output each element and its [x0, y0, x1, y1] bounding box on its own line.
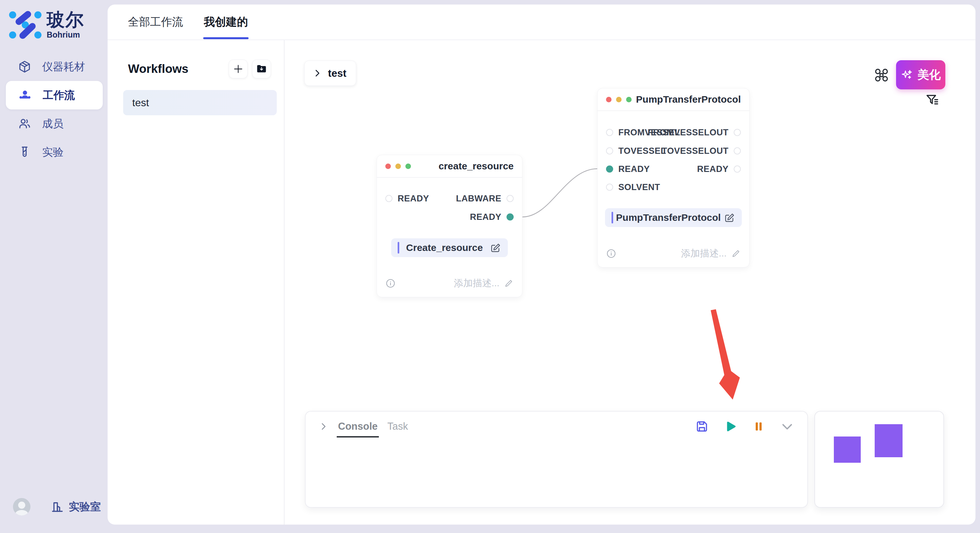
node-action-pill[interactable]: Create_resource	[391, 238, 508, 257]
package-box-icon	[18, 60, 32, 74]
console-tab-console[interactable]: Console	[338, 420, 377, 432]
port-circle[interactable]	[734, 165, 741, 173]
sidebar-item-members[interactable]: 成员	[0, 109, 108, 138]
node-title: PumpTransferProtocol	[632, 94, 741, 105]
node-footer: 添加描述...	[606, 247, 741, 260]
sidebar: 玻尔 Bohrium 仪器耗材 工作流	[0, 0, 108, 533]
canvas-minimap[interactable]	[815, 411, 944, 508]
input-port-solvent[interactable]: SOLVENT	[598, 181, 749, 193]
workflows-panel: Workflows	[108, 40, 285, 525]
main-panel: 全部工作流 我创建的 Workflows	[108, 5, 975, 525]
sidebar-item-label: 仪器耗材	[42, 60, 85, 74]
workflow-team-icon	[18, 88, 32, 103]
console-collapse-chevron-right-icon[interactable]	[318, 422, 328, 431]
folder-download-icon	[256, 63, 267, 75]
pencil-icon	[731, 249, 741, 259]
lab-label: 实验室	[69, 500, 101, 514]
output-port-fromvesselout[interactable]: FROMVESSELOUT	[598, 127, 749, 138]
info-circle-icon[interactable]	[606, 248, 616, 259]
node-description[interactable]: 添加描述...	[454, 277, 514, 290]
experiment-tube-icon	[18, 145, 32, 159]
minimap-node	[834, 436, 861, 463]
pause-icon[interactable]	[752, 420, 765, 433]
brand-name-zh: 玻尔	[47, 10, 84, 30]
sidebar-item-label: 工作流	[43, 88, 75, 103]
workflows-title: Workflows	[128, 62, 188, 76]
output-port-ready[interactable]: READY	[377, 211, 522, 223]
workflow-list-item-test[interactable]: test	[123, 90, 277, 115]
sidebar-item-instruments[interactable]: 仪器耗材	[0, 52, 108, 81]
output-port-labware[interactable]: LABWARE	[377, 193, 522, 204]
brand-logo[interactable]: 玻尔 Bohrium	[9, 10, 84, 40]
chevron-down-icon[interactable]	[780, 419, 794, 434]
avatar-head	[18, 501, 25, 509]
console-header: Console Task	[305, 412, 807, 441]
node-header: PumpTransferProtocol	[598, 89, 749, 111]
console-panel: Console Task	[305, 411, 808, 508]
output-port-tovesselout[interactable]: TOVESSELOUT	[598, 145, 749, 157]
port-circle[interactable]	[734, 148, 741, 154]
node-header: create_resource	[377, 155, 522, 178]
canvas-breadcrumb[interactable]: test	[304, 60, 356, 86]
tab-my-created[interactable]: 我创建的	[204, 5, 248, 38]
avatar-body	[15, 510, 28, 516]
sidebar-item-label: 成员	[42, 117, 64, 131]
node-description[interactable]: 添加描述...	[681, 247, 741, 260]
beautify-button[interactable]: 美化	[896, 60, 945, 89]
port-circle[interactable]	[506, 195, 514, 202]
port-circle[interactable]	[734, 129, 741, 136]
beautify-label: 美化	[918, 67, 941, 83]
console-actions	[695, 419, 794, 434]
sparkles-icon	[900, 68, 913, 81]
plus-icon	[233, 63, 244, 75]
sidebar-nav: 仪器耗材 工作流 成员	[0, 52, 108, 167]
node-pump-transfer-protocol[interactable]: PumpTransferProtocol FROMVESSEL TOVESSEL…	[597, 88, 749, 268]
user-avatar[interactable]	[13, 498, 30, 516]
workflow-tabbar: 全部工作流 我创建的	[108, 5, 975, 40]
port-circle[interactable]	[606, 184, 613, 191]
command-grid-button[interactable]	[872, 66, 891, 84]
edit-pencil-square-icon[interactable]	[490, 242, 501, 254]
run-play-icon[interactable]	[724, 420, 737, 433]
filter-funnel-icon	[924, 92, 941, 109]
port-circle-connected[interactable]	[506, 213, 514, 220]
save-icon[interactable]	[695, 420, 709, 433]
window-dots-icon	[606, 97, 632, 102]
add-workflow-button[interactable]	[229, 60, 248, 78]
node-footer: 添加描述...	[385, 277, 514, 290]
node-connection-edge	[522, 169, 597, 217]
brand-name-en: Bohrium	[47, 30, 84, 40]
pencil-icon	[504, 279, 514, 288]
annotation-red-arrow	[711, 309, 740, 400]
command-grid-icon	[873, 67, 890, 84]
chevron-right-icon	[312, 68, 322, 78]
minimap-node	[875, 424, 902, 457]
node-create-resource[interactable]: create_resource READY LABWARE READY Crea…	[377, 155, 522, 297]
sidebar-item-workflow[interactable]: 工作流	[6, 81, 103, 109]
bohrium-logo-icon	[9, 11, 41, 39]
info-circle-icon[interactable]	[385, 278, 396, 289]
breadcrumb-label: test	[328, 67, 347, 79]
tab-all-workflows[interactable]: 全部工作流	[128, 5, 183, 38]
filter-button[interactable]	[924, 91, 942, 109]
output-port-ready[interactable]: READY	[598, 163, 749, 175]
import-workflow-button[interactable]	[252, 60, 271, 78]
sidebar-item-label: 实验	[42, 145, 64, 160]
lab-selector[interactable]: 实验室	[51, 500, 101, 514]
window-dots-icon	[385, 163, 411, 169]
sidebar-item-experiment[interactable]: 实验	[0, 138, 108, 167]
sidebar-footer: 实验室	[13, 498, 101, 516]
members-icon	[18, 117, 32, 131]
building-icon	[51, 500, 64, 514]
edit-pencil-square-icon[interactable]	[724, 212, 735, 224]
node-action-pill[interactable]: PumpTransferProtocol	[605, 208, 742, 227]
node-title: create_resource	[411, 160, 514, 171]
console-tab-task[interactable]: Task	[387, 420, 408, 432]
